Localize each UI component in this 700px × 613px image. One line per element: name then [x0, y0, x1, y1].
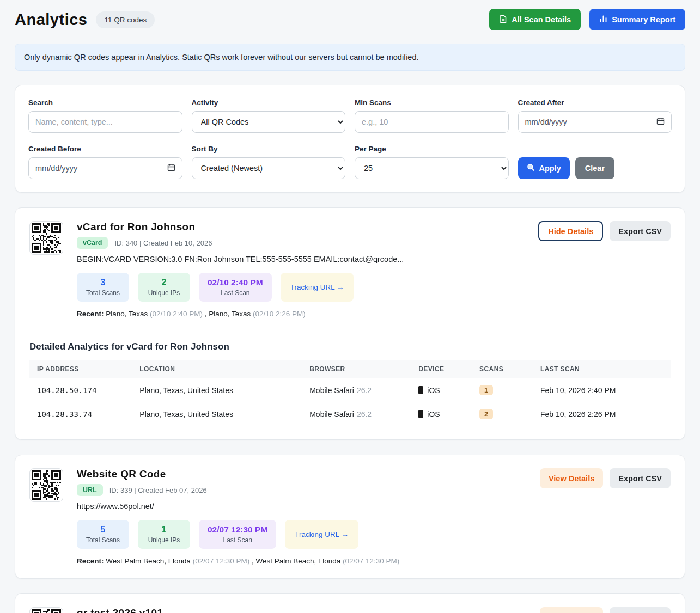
activity-label: Activity: [192, 99, 346, 107]
per-page-label: Per Page: [355, 145, 509, 153]
export-csv-button[interactable]: Export CSV: [610, 468, 671, 488]
tracking-url-link[interactable]: Tracking URL →: [295, 530, 349, 538]
hide-details-button[interactable]: Hide Details: [538, 221, 603, 241]
per-page-field: Per Page 25: [355, 145, 509, 179]
browser-cell: Mobile Safari26.2: [302, 402, 411, 426]
info-banner-text: Only dynamic QR codes appear in Analytic…: [24, 53, 419, 62]
export-csv-button[interactable]: Export CSV: [610, 221, 671, 241]
search-input[interactable]: [28, 111, 182, 133]
col-scans: Scans: [472, 360, 533, 378]
min-scans-input[interactable]: [355, 111, 509, 133]
top-bar: Analytics 11 QR codes All Scan Details S…: [15, 9, 685, 30]
search-field: Search: [28, 99, 182, 133]
bar-chart-icon: [599, 15, 607, 24]
qr-card: qr test 2026 v101 URL ID: 320 | Created …: [15, 593, 685, 613]
qr-content: BEGIN:VCARD VERSION:3.0 FN:Ron Johnson T…: [77, 255, 525, 263]
qr-type-badge: URL: [77, 484, 103, 496]
magnifier-icon: [527, 163, 535, 173]
phone-icon: [418, 410, 423, 418]
location-cell: Plano, Texas, United States: [132, 402, 302, 426]
phone-icon: [418, 386, 423, 394]
analytics-page: Analytics 11 QR codes All Scan Details S…: [0, 0, 700, 613]
tracking-url-pill: Tracking URL →: [285, 520, 358, 549]
created-after-field: Created After mm/dd/yyyy: [518, 99, 672, 133]
qr-card: Website QR Code URL ID: 339 | Created Fe…: [15, 455, 685, 579]
tracking-url-link[interactable]: Tracking URL →: [290, 283, 344, 291]
export-csv-button[interactable]: Export CSV: [610, 607, 671, 613]
sort-by-select[interactable]: Created (Newest): [192, 157, 346, 179]
recent-scans-line: Recent: Plano, Texas (02/10 2:40 PM) , P…: [77, 310, 525, 318]
scan-row: 104.28.50.174 Plano, Texas, United State…: [29, 378, 671, 402]
sort-by-field: Sort By Created (Newest): [192, 145, 346, 179]
col-last-scan: Last Scan: [533, 360, 671, 378]
all-scan-details-label: All Scan Details: [512, 15, 571, 24]
qr-code-thumbnail: [32, 223, 61, 253]
tracking-url-pill: Tracking URL →: [281, 273, 354, 302]
qr-thumbnail-frame: [29, 607, 63, 613]
qr-code-thumbnail: [32, 609, 61, 613]
qr-title: qr test 2026 v101: [77, 607, 526, 613]
location-cell: Plano, Texas, United States: [132, 378, 302, 402]
view-details-button[interactable]: View Details: [540, 468, 603, 488]
scan-count-badge: 2: [479, 409, 493, 419]
qr-content: https://www.56pol.net/: [77, 502, 526, 511]
ip-cell: 104.28.33.74: [29, 402, 132, 426]
info-banner: Only dynamic QR codes appear in Analytic…: [15, 44, 685, 71]
clear-button[interactable]: Clear: [575, 157, 614, 179]
sort-by-label: Sort By: [192, 145, 346, 153]
scan-row: 104.28.33.74 Plano, Texas, United States…: [29, 402, 671, 426]
stats-row: 5 Total Scans 1 Unique IPs 02/07 12:30 P…: [77, 520, 526, 549]
device-cell: iOS: [411, 402, 472, 426]
last-scan-cell: Feb 10, 2026 2:26 PM: [533, 402, 671, 426]
filter-panel: Search Activity All QR Codes Min Scans C…: [15, 85, 685, 193]
qr-type-badge: vCard: [77, 237, 108, 249]
table-header-row: IP Address Location Browser Device Scans…: [29, 360, 671, 378]
scans-cell: 1: [472, 378, 533, 402]
min-scans-label: Min Scans: [355, 99, 509, 107]
col-device: Device: [411, 360, 472, 378]
summary-report-label: Summary Report: [612, 15, 675, 24]
scans-cell: 2: [472, 402, 533, 426]
recent-scans-line: Recent: West Palm Beach, Florida (02/07 …: [77, 557, 526, 565]
created-before-field: Created Before mm/dd/yyyy: [28, 145, 182, 179]
col-location: Location: [132, 360, 302, 378]
qr-meta: ID: 339 | Created Feb 07, 2026: [109, 486, 207, 494]
ip-cell: 104.28.50.174: [29, 378, 132, 402]
col-ip-address: IP Address: [29, 360, 132, 378]
filter-actions: Apply Clear: [518, 145, 672, 179]
last-scan-pill: 02/07 12:30 PM Last Scan: [199, 520, 276, 549]
device-cell: iOS: [411, 378, 472, 402]
qr-count-badge: 11 QR codes: [96, 11, 155, 28]
created-before-input[interactable]: mm/dd/yyyy: [28, 157, 182, 179]
stats-row: 3 Total Scans 2 Unique IPs 02/10 2:40 PM…: [77, 273, 525, 302]
page-title: Analytics: [15, 11, 87, 29]
total-scans-pill: 5 Total Scans: [77, 520, 129, 549]
document-icon: [499, 15, 507, 25]
qr-card: vCard for Ron Johnson vCard ID: 340 | Cr…: [15, 207, 685, 440]
qr-title: Website QR Code: [77, 468, 526, 480]
activity-field: Activity All QR Codes: [192, 99, 346, 133]
qr-thumbnail-frame: [29, 468, 63, 502]
created-before-label: Created Before: [28, 145, 182, 153]
activity-select[interactable]: All QR Codes: [192, 111, 346, 133]
summary-report-button[interactable]: Summary Report: [589, 9, 685, 30]
qr-meta: ID: 340 | Created Feb 10, 2026: [114, 239, 212, 247]
last-scan-pill: 02/10 2:40 PM Last Scan: [199, 273, 272, 302]
unique-ips-pill: 2 Unique IPs: [138, 273, 190, 302]
qr-code-thumbnail: [32, 470, 61, 500]
created-after-label: Created After: [518, 99, 672, 107]
apply-button[interactable]: Apply: [518, 157, 570, 179]
clear-label: Clear: [585, 164, 605, 173]
qr-title: vCard for Ron Johnson: [77, 221, 525, 233]
details-heading: Detailed Analytics for vCard for Ron Joh…: [29, 341, 671, 352]
scan-count-badge: 1: [479, 385, 493, 395]
divider: [29, 330, 671, 330]
all-scan-details-button[interactable]: All Scan Details: [489, 9, 581, 30]
calendar-icon: [167, 163, 175, 173]
qr-thumbnail-frame: [29, 221, 63, 255]
total-scans-pill: 3 Total Scans: [77, 273, 129, 302]
created-after-input[interactable]: mm/dd/yyyy: [518, 111, 672, 133]
per-page-select[interactable]: 25: [355, 157, 509, 179]
col-browser: Browser: [302, 360, 411, 378]
view-details-button[interactable]: View Details: [540, 607, 603, 613]
